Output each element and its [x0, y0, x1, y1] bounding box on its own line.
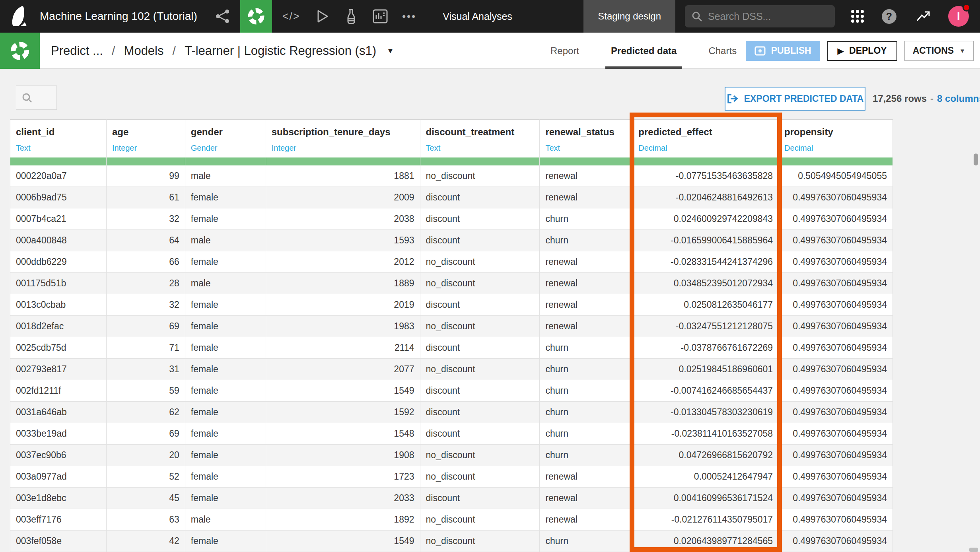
- cell-predicted_effect[interactable]: -0.03247551212128075: [633, 316, 779, 337]
- cell-gender[interactable]: female: [185, 294, 266, 316]
- cell-renewal_status[interactable]: churn: [540, 230, 633, 251]
- cell-predicted_effect[interactable]: 0.004160996536171524: [633, 488, 779, 509]
- cell-renewal_status[interactable]: churn: [540, 380, 633, 402]
- validity-bar-renewal_status[interactable]: [540, 157, 633, 165]
- current-section-label[interactable]: Visual Analyses: [443, 11, 512, 22]
- cell-subscription_tenure_days[interactable]: 2009: [266, 187, 420, 208]
- cell-age[interactable]: 45: [107, 488, 185, 509]
- cell-client_id[interactable]: 0037ec90b6: [10, 445, 107, 466]
- cell-predicted_effect[interactable]: -0.013304578303230619: [633, 402, 779, 423]
- cell-discount_treatment[interactable]: no_discount: [420, 445, 540, 466]
- cell-client_id[interactable]: 002fd1211f: [10, 380, 107, 402]
- user-avatar[interactable]: I: [948, 6, 969, 27]
- vertical-scrollbar-thumb[interactable]: [974, 154, 978, 165]
- cell-age[interactable]: 69: [107, 423, 185, 445]
- cell-subscription_tenure_days[interactable]: 1908: [266, 445, 420, 466]
- cell-propensity[interactable]: 0.49976307060495934: [779, 531, 893, 552]
- tab-charts[interactable]: Charts: [708, 33, 737, 69]
- cell-gender[interactable]: female: [185, 251, 266, 273]
- cell-discount_treatment[interactable]: no_discount: [420, 466, 540, 488]
- column-header-gender[interactable]: genderGender: [185, 119, 266, 157]
- column-type[interactable]: Decimal: [638, 144, 773, 153]
- validity-bar-discount_treatment[interactable]: [420, 157, 540, 165]
- cell-propensity[interactable]: 0.49976307060495934: [779, 359, 893, 380]
- cell-predicted_effect[interactable]: 0.0250812635046177: [633, 294, 779, 316]
- cell-discount_treatment[interactable]: no_discount: [420, 316, 540, 337]
- cell-gender[interactable]: female: [185, 316, 266, 337]
- model-dropdown-caret[interactable]: ▼: [387, 47, 394, 55]
- cell-renewal_status[interactable]: renewal: [540, 509, 633, 531]
- dashboard-card-icon[interactable]: [373, 0, 388, 33]
- cell-propensity[interactable]: 0.49976307060495934: [779, 273, 893, 294]
- cell-discount_treatment[interactable]: no_discount: [420, 509, 540, 531]
- cell-propensity[interactable]: 0.49976307060495934: [779, 423, 893, 445]
- cell-age[interactable]: 63: [107, 509, 185, 531]
- cell-age[interactable]: 59: [107, 380, 185, 402]
- staging-design-button[interactable]: Staging design: [583, 0, 675, 33]
- cell-gender[interactable]: female: [185, 187, 266, 208]
- cell-subscription_tenure_days[interactable]: 1592: [266, 402, 420, 423]
- cell-predicted_effect[interactable]: 0.04726966815620792: [633, 445, 779, 466]
- project-title[interactable]: Machine Learning 102 (Tutorial): [40, 10, 197, 23]
- cell-subscription_tenure_days[interactable]: 1892: [266, 509, 420, 531]
- cell-client_id[interactable]: 0007b4ca21: [10, 208, 107, 230]
- cell-client_id[interactable]: 0033be19ad: [10, 423, 107, 445]
- cell-renewal_status[interactable]: renewal: [540, 488, 633, 509]
- cell-renewal_status[interactable]: renewal: [540, 294, 633, 316]
- visual-analysis-logo-tile[interactable]: [0, 33, 40, 69]
- column-type[interactable]: Text: [426, 144, 534, 153]
- help-icon[interactable]: ?: [882, 9, 896, 24]
- validity-bar-predicted_effect[interactable]: [633, 157, 779, 165]
- breadcrumb-models[interactable]: Models: [124, 44, 164, 58]
- cell-age[interactable]: 52: [107, 466, 185, 488]
- cell-predicted_effect[interactable]: 0.02519845186960601: [633, 359, 779, 380]
- cell-propensity[interactable]: 0.49976307060495934: [779, 230, 893, 251]
- deploy-button[interactable]: ▶ DEPLOY: [827, 41, 897, 61]
- column-type[interactable]: Integer: [272, 144, 414, 153]
- cell-propensity[interactable]: 0.49976307060495934: [779, 509, 893, 531]
- column-header-predicted_effect[interactable]: predicted_effectDecimal: [633, 119, 779, 157]
- cell-predicted_effect[interactable]: 0.00052412647947: [633, 466, 779, 488]
- cell-propensity[interactable]: 0.49976307060495934: [779, 251, 893, 273]
- cell-gender[interactable]: female: [185, 466, 266, 488]
- cell-age[interactable]: 20: [107, 445, 185, 466]
- cell-subscription_tenure_days[interactable]: 2033: [266, 488, 420, 509]
- cell-client_id[interactable]: 000ddb6229: [10, 251, 107, 273]
- cell-propensity[interactable]: 0.49976307060495934: [779, 208, 893, 230]
- cell-renewal_status[interactable]: churn: [540, 423, 633, 445]
- cell-discount_treatment[interactable]: discount: [420, 294, 540, 316]
- cell-age[interactable]: 31: [107, 359, 185, 380]
- tab-report[interactable]: Report: [550, 33, 580, 69]
- cell-discount_treatment[interactable]: discount: [420, 380, 540, 402]
- cell-renewal_status[interactable]: renewal: [540, 466, 633, 488]
- horizontal-scrollbar-thumb[interactable]: [969, 548, 978, 552]
- cell-gender[interactable]: female: [185, 445, 266, 466]
- column-header-client_id[interactable]: client_idText: [10, 119, 107, 157]
- cell-propensity[interactable]: 0.49976307060495934: [779, 337, 893, 359]
- cell-subscription_tenure_days[interactable]: 1983: [266, 316, 420, 337]
- cell-discount_treatment[interactable]: discount: [420, 208, 540, 230]
- cell-gender[interactable]: female: [185, 359, 266, 380]
- cell-propensity[interactable]: 0.49976307060495934: [779, 445, 893, 466]
- cell-gender[interactable]: female: [185, 488, 266, 509]
- more-menu-icon[interactable]: •••: [402, 0, 416, 33]
- flow-share-icon[interactable]: [215, 0, 231, 33]
- cell-predicted_effect[interactable]: -0.021276114350795017: [633, 509, 779, 531]
- cell-subscription_tenure_days[interactable]: 2038: [266, 208, 420, 230]
- cell-gender[interactable]: female: [185, 337, 266, 359]
- cell-propensity[interactable]: 0.49976307060495934: [779, 402, 893, 423]
- dataiku-logo[interactable]: [10, 6, 28, 27]
- lab-icon[interactable]: [345, 0, 358, 33]
- cell-discount_treatment[interactable]: discount: [420, 423, 540, 445]
- cell-propensity[interactable]: 0.49976307060495934: [779, 316, 893, 337]
- cell-subscription_tenure_days[interactable]: 2012: [266, 251, 420, 273]
- cell-predicted_effect[interactable]: 0.020643989771284565: [633, 531, 779, 552]
- cell-gender[interactable]: female: [185, 423, 266, 445]
- validity-bar-age[interactable]: [107, 157, 185, 165]
- validity-bar-gender[interactable]: [185, 157, 266, 165]
- cell-discount_treatment[interactable]: discount: [420, 488, 540, 509]
- column-header-subscription_tenure_days[interactable]: subscription_tenure_daysInteger: [266, 119, 420, 157]
- cell-client_id[interactable]: 0013c0cbab: [10, 294, 107, 316]
- cell-discount_treatment[interactable]: discount: [420, 337, 540, 359]
- publish-button[interactable]: PUBLISH: [746, 41, 820, 61]
